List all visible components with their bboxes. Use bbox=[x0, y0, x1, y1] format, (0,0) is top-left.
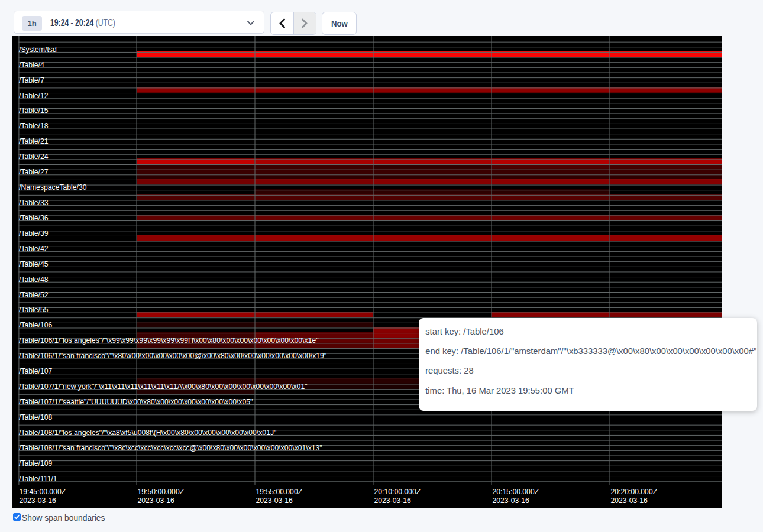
svg-text:/Table/108/1/"los angeles"/"\x: /Table/108/1/"los angeles"/"\xa8\xf5\u00… bbox=[19, 429, 276, 437]
svg-text:2023-03-16: 2023-03-16 bbox=[138, 497, 175, 505]
svg-text:/Table/106/1/"san francisco"/": /Table/106/1/"san francisco"/"\x80\x00\x… bbox=[19, 352, 326, 360]
svg-text:/Table/12: /Table/12 bbox=[19, 92, 49, 100]
svg-text:/Table/106/1/"los angeles"/"\x: /Table/106/1/"los angeles"/"\x99\x99\x99… bbox=[19, 336, 318, 345]
svg-text:19:50:00.000Z: 19:50:00.000Z bbox=[138, 488, 185, 496]
svg-text:20:20:00.000Z: 20:20:00.000Z bbox=[611, 488, 658, 496]
svg-text:/Table/18: /Table/18 bbox=[19, 122, 49, 130]
svg-text:/Table/48: /Table/48 bbox=[19, 275, 49, 284]
svg-text:2023-03-16: 2023-03-16 bbox=[20, 497, 57, 505]
svg-text:19:55:00.000Z: 19:55:00.000Z bbox=[256, 488, 303, 496]
svg-text:/Table/36: /Table/36 bbox=[19, 214, 49, 222]
svg-text:/Table/15: /Table/15 bbox=[19, 106, 49, 115]
svg-text:/Table/4: /Table/4 bbox=[19, 61, 44, 69]
svg-text:/Table/108/1/"san francisco"/": /Table/108/1/"san francisco"/"\x8c\xcc\x… bbox=[19, 444, 322, 452]
svg-text:/Table/109: /Table/109 bbox=[19, 459, 52, 468]
svg-text:/Table/42: /Table/42 bbox=[19, 245, 49, 253]
svg-text:19:45:00.000Z: 19:45:00.000Z bbox=[20, 488, 66, 496]
svg-text:/Table/111/1: /Table/111/1 bbox=[19, 475, 57, 483]
svg-text:/Table/55: /Table/55 bbox=[19, 306, 49, 314]
svg-text:/NamespaceTable/30: /NamespaceTable/30 bbox=[19, 183, 87, 192]
svg-text:/System/tsd: /System/tsd bbox=[19, 46, 57, 54]
svg-text:/Table/33: /Table/33 bbox=[19, 199, 49, 207]
svg-text:2023-03-16: 2023-03-16 bbox=[374, 497, 412, 505]
svg-text:/Table/106: /Table/106 bbox=[19, 321, 52, 329]
svg-text:/Table/39: /Table/39 bbox=[19, 229, 49, 238]
svg-text:20:15:00.000Z: 20:15:00.000Z bbox=[493, 488, 539, 496]
svg-text:/Table/107: /Table/107 bbox=[19, 367, 52, 375]
svg-text:/Table/7: /Table/7 bbox=[19, 76, 44, 85]
svg-text:2023-03-16: 2023-03-16 bbox=[493, 497, 530, 505]
svg-text:/Table/27: /Table/27 bbox=[19, 168, 49, 176]
svg-text:/Table/108: /Table/108 bbox=[19, 413, 52, 421]
svg-text:/Table/24: /Table/24 bbox=[19, 153, 49, 161]
svg-text:2023-03-16: 2023-03-16 bbox=[611, 497, 648, 505]
svg-text:/Table/45: /Table/45 bbox=[19, 260, 49, 268]
svg-text:/Table/21: /Table/21 bbox=[19, 137, 49, 145]
svg-text:/Table/107/1/"new york"/"\x11\: /Table/107/1/"new york"/"\x11\x11\x11\x1… bbox=[19, 382, 308, 391]
svg-text:/Table/107/1/"seattle"/"UUUUUU: /Table/107/1/"seattle"/"UUUUUUD\x00\x80\… bbox=[19, 398, 253, 406]
svg-text:/Table/52: /Table/52 bbox=[19, 291, 49, 299]
svg-text:20:10:00.000Z: 20:10:00.000Z bbox=[374, 488, 421, 496]
svg-text:2023-03-16: 2023-03-16 bbox=[256, 497, 293, 505]
